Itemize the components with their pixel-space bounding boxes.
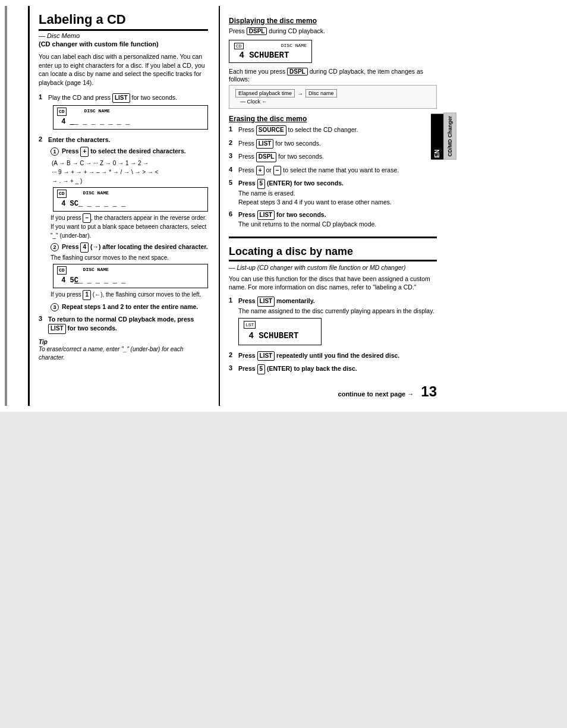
cd-md-tab: CD/MD Changer (443, 113, 456, 160)
locate-step-1: 1 Press LIST momentarily. The name assig… (229, 297, 437, 348)
locating-subtitle: — List-up (CD changer with custom file f… (229, 264, 437, 271)
bottom-area (0, 412, 567, 535)
erase-step-3: 3 Press DSPL for two seconds. (229, 152, 437, 162)
page-subtitle: — Disc Memo (39, 32, 208, 39)
locating-title: Locating a disc by name (229, 245, 437, 261)
key-1: 1 (83, 290, 91, 300)
step-3-content: To return to the normal CD playback mode… (48, 315, 208, 334)
lcd-schubert-1: CD DISC NAME 4 SCHUBERT (229, 40, 312, 63)
lcd-schubert-2: LST 4 SCHUBERT (238, 318, 322, 345)
side-tab-area: EN CD/MD Changer (431, 113, 456, 160)
playback-diagram: Elapsed playback time → Disc name — Cloc… (229, 85, 437, 109)
page-title: Labeling a CD (39, 12, 208, 31)
left-column: Labeling a CD — Disc Memo (CD changer wi… (30, 6, 220, 406)
enter-key-l3: 5 (257, 364, 266, 374)
step-1: 1 Play the CD and press LIST for two sec… (39, 93, 208, 132)
locate-step-3: 3 Press 5 (ENTER) to play back the disc. (229, 364, 437, 374)
step-2: 2 Enter the characters. 1 Press + to sel… (39, 135, 208, 311)
locating-intro: You can use this function for the discs … (229, 275, 437, 292)
right-column: EN CD/MD Changer Displaying the disc mem… (220, 6, 446, 406)
erase-step-2: 2 Press LIST for two seconds. (229, 139, 437, 149)
arrow-1: → (297, 90, 303, 97)
en-badge: EN (431, 114, 443, 160)
plus-key-e4: + (256, 166, 264, 176)
intro-text: You can label each disc with a personali… (39, 52, 208, 87)
page-subtitle-bold: (CD changer with custom file function) (39, 40, 208, 48)
lcd-display-3: CD DISC NAME 4 5C_ _ _ _ _ _ (53, 264, 208, 288)
clock-label: — Clock ← (235, 99, 267, 105)
enter-key-e5: 5 (257, 179, 266, 189)
dspl-key-e3: DSPL (256, 152, 277, 162)
char-sequence: (A → B → C → ··· Z → 0 → 1 → 2 → ··· 9 →… (52, 159, 208, 185)
footer-area: continue to next page → 13 (229, 383, 437, 400)
list-key-e2: LIST (256, 139, 274, 149)
list-key-3: LIST (48, 324, 66, 334)
list-key-1: LIST (112, 93, 130, 103)
minus-key-note: – (83, 213, 91, 223)
displaying-section: Displaying the disc memo Press DSPL duri… (229, 17, 437, 109)
circle-3: 3 (51, 303, 59, 311)
erase-step-1: 1 Press SOURCE to select the CD changer. (229, 125, 437, 135)
locating-section: Locating a disc by name — List-up (CD ch… (229, 245, 437, 374)
locate-step-2: 2 Press LIST repeatedly until you find t… (229, 351, 437, 361)
substep-2: 2 Press 4 (→) after locating the desired… (51, 242, 208, 262)
minus-key-e4: – (273, 166, 282, 176)
tip-text: To erase/correct a name, enter "_" (unde… (39, 345, 208, 362)
step-2-number: 2 (39, 135, 46, 311)
substep-1-text: Press + to select the desired characters… (62, 147, 186, 155)
step-3-number: 3 (39, 315, 46, 334)
circle-1: 1 (51, 147, 59, 156)
elapsed-time-label: Elapsed playback time (235, 89, 295, 97)
tip-section: Tip To erase/correct a name, enter "_" (… (39, 339, 208, 362)
substep-1: 1 Press + to select the desired characte… (51, 147, 208, 185)
erase-step-6: 6 Press LIST for two seconds. The unit r… (229, 210, 437, 229)
disc-name-label: Disc name (305, 89, 337, 97)
lcd-display-2: CD DISC NAME 4 SC_ _ _ _ _ _ (53, 187, 208, 212)
step-3: 3 To return to the normal CD playback mo… (39, 315, 208, 334)
step-1-text: Play the CD and press LIST for two secon… (48, 94, 177, 101)
list-key-l1: LIST (257, 297, 275, 307)
substep-3: 3 Repeat steps 1 and 2 to enter the enti… (51, 302, 208, 311)
erase-step-5: 5 Press 5 (ENTER) for two seconds. The n… (229, 179, 437, 207)
displaying-intro: Press DSPL during CD playback. (229, 27, 437, 35)
reverse-note: If you press –, the characters appear in… (51, 213, 208, 241)
step-1-number: 1 (39, 93, 46, 132)
source-key: SOURCE (256, 125, 286, 135)
key-4: 4 (80, 242, 89, 253)
left-arrow-note: If you press 1 (←), the flashing cursor … (51, 290, 208, 300)
dspl-key-1: DSPL (247, 27, 267, 35)
list-key-e6: LIST (257, 210, 275, 220)
displaying-desc: Each time you press DSPL during CD playb… (229, 68, 437, 83)
substep-2-text: Press 4 (→) after locating the desired c… (62, 243, 208, 250)
step-2-text: Enter the characters. (48, 136, 110, 143)
lcd-display-1: CD DISC NAME 4 _ _ _ _ _ _ _ (53, 105, 208, 130)
substep-3-text: Repeat steps 1 and 2 to enter the entire… (62, 303, 198, 310)
plus-key: + (80, 147, 89, 157)
erasing-section: Erasing the disc memo 1 Press SOURCE to … (229, 115, 437, 229)
step-1-content: Play the CD and press LIST for two secon… (48, 93, 208, 132)
step-2-content: Enter the characters. 1 Press + to selec… (48, 135, 208, 311)
erase-step-4: 4 Press + or – to select the name that y… (229, 166, 437, 176)
step-3-text: To return to the normal CD playback mode… (48, 316, 194, 332)
page-number: 13 (421, 383, 437, 400)
erasing-title: Erasing the disc memo (229, 115, 437, 123)
dspl-key-2: DSPL (287, 68, 308, 75)
displaying-title: Displaying the disc memo (229, 17, 437, 25)
tip-title: Tip (39, 339, 208, 345)
circle-2: 2 (51, 243, 59, 251)
continue-text: continue to next page → (338, 390, 414, 398)
list-key-l2: LIST (257, 351, 275, 361)
cursor-note: The flashing cursor moves to the next sp… (51, 254, 208, 263)
